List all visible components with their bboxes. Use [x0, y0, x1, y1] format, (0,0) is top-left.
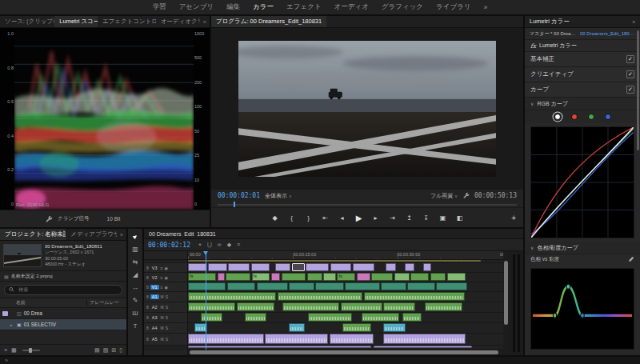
- timeline-clip[interactable]: [386, 263, 396, 271]
- track-name[interactable]: A1: [150, 294, 159, 299]
- column-name[interactable]: 名前: [0, 299, 86, 306]
- program-tab[interactable]: プログラム: 00 Dreamers_Edit_180831: [211, 16, 326, 27]
- timeline-lanes-area[interactable]: 00:0000:00:15:0000:00:30:0000 fxfxfx: [188, 251, 503, 355]
- solo-button[interactable]: S: [166, 337, 168, 342]
- track-lane-A4[interactable]: [188, 323, 503, 334]
- timeline-clip[interactable]: fx: [252, 273, 270, 281]
- new-bin-button[interactable]: ▧: [103, 347, 109, 354]
- timeline-clip[interactable]: [381, 282, 406, 290]
- rgb-curve-graph[interactable]: [530, 126, 634, 238]
- panel-tab[interactable]: Lumetri スコープ: [54, 16, 98, 27]
- timeline-clip[interactable]: [341, 302, 382, 311]
- timeline-clip[interactable]: [188, 263, 207, 271]
- track-name[interactable]: A5: [150, 337, 159, 342]
- timeline-clip[interactable]: [306, 263, 329, 271]
- timeline-clip[interactable]: [447, 273, 466, 281]
- rgb-curves-header[interactable]: ∨ RGB カーブ: [525, 98, 640, 110]
- section-checkbox[interactable]: ✓: [626, 70, 634, 78]
- sync-lock-icon[interactable]: 8: [146, 315, 149, 320]
- sync-lock-icon[interactable]: 8: [146, 294, 149, 299]
- track-lane-V3[interactable]: [188, 263, 503, 273]
- comparison-view-button[interactable]: ◧: [456, 214, 464, 222]
- lumetri-section[interactable]: クリエイティブ✓: [525, 67, 640, 82]
- track-header-A2[interactable]: 8A2MS: [144, 302, 187, 313]
- master-clip-label[interactable]: マスター * 00 Dreamers_Edit_180831: [530, 30, 578, 38]
- timeline-clip[interactable]: [407, 282, 435, 290]
- track-output-eye-icon[interactable]: ◉: [164, 266, 167, 270]
- timeline-clip[interactable]: [265, 334, 328, 344]
- step-forward-button[interactable]: ▸: [372, 214, 380, 222]
- mute-button[interactable]: M: [161, 315, 164, 320]
- pen-tool[interactable]: ✎: [128, 297, 142, 304]
- timeline-clip[interactable]: [362, 313, 399, 322]
- curve-channel-button-0[interactable]: [554, 114, 561, 120]
- sync-lock-icon[interactable]: 8: [146, 337, 149, 342]
- mute-button[interactable]: M: [161, 337, 164, 342]
- workspace-tab[interactable]: アセンブリ: [179, 2, 214, 12]
- timeline-clip[interactable]: [227, 282, 255, 290]
- timeline-clip[interactable]: [410, 273, 429, 281]
- track-name[interactable]: V2: [150, 275, 159, 280]
- lift-button[interactable]: ↥: [406, 214, 414, 222]
- panel-menu-icon[interactable]: ≡: [632, 19, 635, 25]
- sequence-clip-label[interactable]: 00 Dreamers_Edit_180831: [580, 31, 635, 36]
- wrench-icon[interactable]: [45, 215, 53, 223]
- timeline-clip[interactable]: fx: [337, 273, 355, 281]
- go-to-out-button[interactable]: ⇥: [389, 214, 397, 222]
- track-name[interactable]: V3: [150, 266, 159, 270]
- track-select-tool[interactable]: ▥: [128, 246, 142, 253]
- timeline-tab[interactable]: 00 Dreamers_Edit_180831: [149, 231, 216, 237]
- new-item-button[interactable]: ⊞: [111, 347, 116, 354]
- track-name[interactable]: A2: [150, 305, 159, 310]
- timeline-clip[interactable]: [374, 346, 471, 348]
- solo-button[interactable]: S: [166, 315, 168, 320]
- timeline-clip[interactable]: [402, 313, 422, 322]
- timeline-clip[interactable]: [208, 263, 227, 271]
- workspace-tab[interactable]: エフェクト: [286, 2, 322, 12]
- type-tool[interactable]: T: [128, 322, 142, 330]
- timeline-clip[interactable]: [307, 273, 322, 281]
- timeline-clip[interactable]: [218, 273, 225, 281]
- track-lane-A1[interactable]: [188, 292, 503, 302]
- lumetri-scrollbar[interactable]: [637, 30, 639, 150]
- panel-tab[interactable]: オーディオクリ...: [156, 16, 200, 27]
- timeline-clip[interactable]: [345, 282, 379, 290]
- timeline-clip[interactable]: [188, 282, 226, 290]
- curve-channel-button-2[interactable]: [588, 114, 594, 120]
- timeline-clip[interactable]: [330, 263, 351, 271]
- timeline-clip[interactable]: [364, 292, 465, 301]
- timeline-settings-icon[interactable]: ≡: [237, 242, 240, 248]
- mute-button[interactable]: M: [161, 326, 164, 330]
- button-editor-add[interactable]: +: [511, 214, 516, 222]
- timeline-clip[interactable]: [188, 334, 264, 344]
- sync-lock-icon[interactable]: 8: [146, 266, 149, 270]
- timeline-clip[interactable]: [315, 282, 343, 290]
- workspace-tab[interactable]: カラー: [253, 2, 274, 12]
- panel-tab[interactable]: プロジェクト: 名称未設定 2: [0, 229, 66, 240]
- bit-depth-label[interactable]: 10 Bit: [107, 216, 121, 222]
- track-name[interactable]: V1: [150, 285, 159, 290]
- timeline-hscrollbar[interactable]: [188, 350, 503, 355]
- project-item-row[interactable]: ◫00 Drea: [0, 308, 126, 319]
- workspace-tab[interactable]: ライブラリ: [436, 2, 471, 12]
- panel-overflow-chevron[interactable]: »: [0, 358, 8, 363]
- track-output-eye-icon[interactable]: ◉: [164, 285, 167, 290]
- track-header-V2[interactable]: 8V2≡◉: [144, 273, 187, 282]
- timeline-clip[interactable]: [394, 273, 410, 281]
- timeline-clip[interactable]: [228, 263, 250, 271]
- slip-tool[interactable]: ↔: [128, 284, 142, 291]
- curve-channel-button-3[interactable]: [605, 114, 611, 120]
- add-marker-icon[interactable]: ◆: [227, 242, 231, 248]
- export-frame-button[interactable]: ▣: [439, 214, 447, 222]
- timeline-clip[interactable]: [292, 263, 305, 271]
- track-lane-V2[interactable]: fxfxfx: [188, 273, 503, 282]
- video-frame[interactable]: [238, 41, 496, 177]
- mute-button[interactable]: M: [161, 294, 164, 299]
- track-options-icon[interactable]: ≡: [161, 275, 163, 280]
- track-lane-V1[interactable]: [188, 282, 503, 292]
- current-timecode[interactable]: 00:00:02:01: [218, 192, 260, 199]
- workspace-tab[interactable]: オーディオ: [334, 2, 369, 12]
- program-scrub-bar[interactable]: [211, 202, 523, 208]
- track-name[interactable]: A3: [150, 315, 159, 320]
- eyedropper-icon[interactable]: [627, 256, 634, 263]
